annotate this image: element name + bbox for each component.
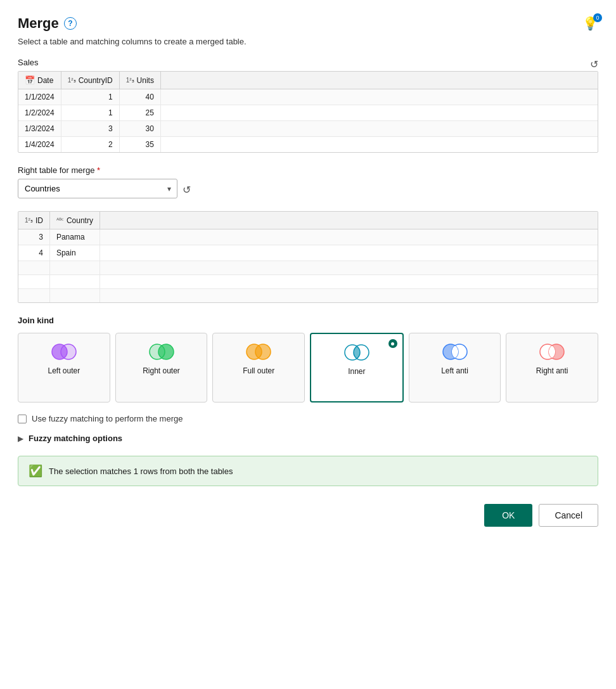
sales-col-countryid[interactable]: 1²₃ CountryID [61, 72, 119, 89]
right-table-dropdown-container: Countries ▾ [18, 179, 177, 198]
sales-row2-empty [160, 105, 598, 121]
calendar-icon: 📅 [25, 75, 35, 85]
empty8 [49, 288, 99, 302]
inner-svg [342, 343, 371, 362]
join-option-inner[interactable]: Inner [310, 333, 404, 402]
right-table-header: Right table for merge * [18, 165, 598, 175]
table-row empty-table-rows [18, 274, 598, 288]
lightbulb-badge: 0 [593, 13, 602, 22]
sales-row4-countryid: 2 [61, 137, 119, 153]
sales-row4-units: 35 [119, 137, 160, 153]
sales-row3-units: 30 [119, 121, 160, 137]
sales-col-units[interactable]: 1²₃ Units [119, 72, 160, 89]
empty2 [49, 261, 99, 274]
success-banner: ✅ The selection matches 1 rows from both… [18, 456, 598, 486]
countries-col-id[interactable]: 1²₃ ID [18, 212, 49, 229]
empty4 [18, 274, 49, 288]
join-option-right-anti[interactable]: Right anti [506, 333, 598, 402]
empty3 [99, 261, 598, 274]
table-row empty-table-rows [18, 288, 598, 302]
fuzzy-options-row: ▶ Fuzzy matching options [18, 434, 598, 443]
page-title: Merge [18, 15, 59, 32]
sales-row4-date: 1/4/2024 [18, 137, 61, 153]
left-outer-svg [49, 342, 79, 361]
sales-row1-units: 40 [119, 89, 160, 105]
join-options-container: Left outer Right outer Full outer [18, 333, 598, 402]
cancel-button[interactable]: Cancel [539, 504, 598, 527]
success-text: The selection matches 1 rows from both t… [49, 467, 233, 476]
inner-label: Inner [348, 367, 365, 376]
right-anti-label: Right anti [536, 366, 568, 375]
left-outer-venn [49, 342, 79, 361]
sales-row3-date: 1/3/2024 [18, 121, 61, 137]
right-table-dropdown[interactable]: Countries [18, 179, 177, 198]
abc-icon-country: ᴬᴮᶜ [56, 217, 64, 224]
sales-row2-date: 1/2/2024 [18, 105, 61, 121]
num-icon-countryid: 1²₃ [68, 77, 76, 84]
sales-table-label: Sales [18, 58, 39, 67]
table-row: 1/1/2024 1 40 [18, 89, 598, 105]
countries-row2-empty [99, 245, 598, 261]
sales-row3-empty [160, 121, 598, 137]
sales-table-container: 📅 Date 1²₃ CountryID 1²₃ Units [18, 71, 598, 153]
sales-table-header: Sales ↺ [18, 58, 598, 71]
header: Merge ? 💡 0 [18, 15, 598, 32]
countries-row1-empty [99, 229, 598, 245]
full-outer-venn [244, 342, 273, 361]
ok-button[interactable]: OK [484, 504, 532, 527]
empty1 [18, 261, 49, 274]
right-outer-venn [147, 342, 176, 361]
join-option-left-outer[interactable]: Left outer [18, 333, 110, 402]
countries-row1-id: 3 [18, 229, 49, 245]
empty6 [99, 274, 598, 288]
footer-buttons: OK Cancel [18, 504, 598, 527]
table-row: 1/3/2024 3 30 [18, 121, 598, 137]
table-row: 3 Panama [18, 229, 598, 245]
table-row: 1/4/2024 2 35 [18, 137, 598, 153]
full-outer-label: Full outer [243, 366, 274, 375]
left-anti-venn [440, 342, 470, 361]
left-anti-svg [440, 342, 470, 361]
countries-row2-id: 4 [18, 245, 49, 261]
fuzzy-options-chevron-icon[interactable]: ▶ [18, 434, 23, 443]
fuzzy-matching-checkbox[interactable] [18, 415, 27, 423]
table-row: 1/2/2024 1 25 [18, 105, 598, 121]
empty9 [99, 288, 598, 302]
sales-row3-countryid: 3 [61, 121, 119, 137]
countries-col-country[interactable]: ᴬᴮᶜ Country [49, 212, 99, 229]
right-table-label: Right table for merge * [18, 165, 100, 175]
right-outer-svg [147, 342, 176, 361]
countries-row1-country: Panama [49, 229, 99, 245]
empty5 [49, 274, 99, 288]
countries-table-container: 1²₃ ID ᴬᴮᶜ Country 3 Panama [18, 211, 598, 303]
inner-venn [342, 343, 371, 362]
full-outer-svg [244, 342, 273, 361]
fuzzy-options-label: Fuzzy matching options [29, 434, 122, 443]
success-check-icon: ✅ [29, 464, 42, 478]
join-option-full-outer[interactable]: Full outer [212, 333, 305, 402]
left-outer-label: Left outer [48, 366, 80, 375]
right-outer-label: Right outer [143, 366, 180, 375]
table-row: 4 Spain [18, 245, 598, 261]
selected-indicator [388, 339, 397, 348]
lightbulb-container: 💡 0 [582, 16, 598, 31]
empty7 [18, 288, 49, 302]
left-anti-label: Left anti [441, 366, 468, 375]
right-anti-svg [537, 342, 567, 361]
sales-row2-units: 25 [119, 105, 160, 121]
dropdown-row: Countries ▾ ↺ [18, 179, 598, 205]
fuzzy-matching-row: Use fuzzy matching to perform the merge [18, 414, 598, 423]
sales-row1-empty [160, 89, 598, 105]
sales-row1-countryid: 1 [61, 89, 119, 105]
sales-row2-countryid: 1 [61, 105, 119, 121]
table-row empty-table-rows [18, 261, 598, 274]
sales-refresh-icon[interactable]: ↺ [590, 58, 598, 70]
sales-row1-date: 1/1/2024 [18, 89, 61, 105]
fuzzy-matching-label: Use fuzzy matching to perform the merge [32, 414, 183, 423]
sales-col-date[interactable]: 📅 Date [18, 72, 61, 89]
join-option-left-anti[interactable]: Left anti [409, 333, 501, 402]
right-table-refresh-icon[interactable]: ↺ [183, 184, 191, 196]
join-kind-label: Join kind [18, 316, 598, 325]
help-icon[interactable]: ? [64, 17, 77, 30]
join-option-right-outer[interactable]: Right outer [115, 333, 208, 402]
